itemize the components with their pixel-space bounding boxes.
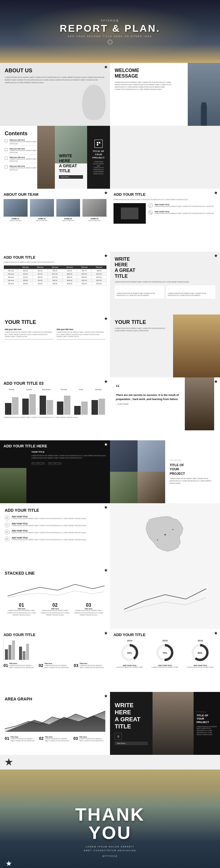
table-row: Title here $40.00 $44.00 $40.00 $136.00 … [4, 282, 107, 285]
title03-note: LOREM IPSUM DOLOR SRERETI AMET CONSECTET… [3, 416, 107, 419]
dark-link-2: ADD YOUR TITLE [48, 462, 61, 465]
write-dark-icon: ① [115, 733, 122, 740]
slide-stacked-line: STACKED LINE 01 Title here LOREM IPSUM D… [0, 566, 110, 629]
title03-heading: ADD YOUR TITLE 03 [3, 381, 107, 386]
about-us-body: LOREM IPSUM DOLOR SRERETI AMET CONSECTET… [5, 76, 105, 84]
slide-write-great-2: WRITEHEREA GREATTITLE LOREM IPSUM DOLOR … [110, 252, 220, 314]
icons-list-heading: ADD YOUR TITLE [5, 508, 105, 513]
donut-2: 2015 75% ADD YOUR TITLE LOREM IPSUM DOLO… [149, 639, 181, 669]
slide-area-graph: AREA GRAPH 01 Title here LOREM IPSUM DOL… [0, 692, 110, 755]
slide-about-us: ABOUT US LOREM IPSUM DOLOR SRERETI AMET … [0, 63, 110, 126]
bar-step-1: 01 Title here LOREM IPSUM DOLOR SRERETI … [3, 662, 36, 669]
svg-text:65%: 65% [127, 652, 132, 654]
donut-1: 2014 65% ADD YOUR TITLE LOREM IPSUM DOLO… [113, 639, 146, 669]
bar-col-fri: Friday [73, 389, 89, 415]
team-member-1: NAME 01 Add your title here [3, 199, 28, 221]
th-0 [4, 266, 18, 269]
team-members-list: NAME 01 Add your title here NAME 02 Add … [3, 199, 107, 221]
slide-donuts: ADD YOUR TITLE 2014 65% ADD YOUR TITLE L… [110, 629, 220, 692]
star-bottom [6, 861, 12, 867]
bar-col-thu: Thursday [56, 389, 72, 415]
icon-list-item-3: ⊗ ADD YOUR TITLE LOREM IPSUM DOLOR SRERE… [5, 530, 105, 534]
quote-text: There are not secrets to success. It is … [116, 393, 182, 401]
your-title-photo-heading: YOUR TITLE [115, 319, 215, 326]
th-2: Title here [33, 266, 47, 269]
yt-item-2: Add your title here LOREM IPSUM DOLOR SR… [57, 328, 106, 340]
write-dark-btn[interactable]: DISCOVER » [115, 742, 148, 745]
icon-item-1: 🛒 ADD YOUR TITLE LOREM IPSUM DOLOR SRERE… [148, 203, 214, 208]
icon-2: ⊙ [5, 523, 9, 527]
bottom-star-icon [5, 758, 13, 766]
donut-svg-2: 75% [155, 643, 175, 662]
stacked-heading: STACKED LINE [5, 571, 105, 576]
icon-item-2: 🔍 ADD YOUR TITLE LOREM IPSUM DOLOR SRERE… [148, 210, 214, 215]
thank-you-brand: @PPTER汐蓝 [102, 855, 118, 858]
slide-quote: “ There are not secrets to success. It i… [110, 377, 220, 440]
stacked-step-3: 03 Title here LOREM IPSUM DOLOR SRERETI … [72, 602, 105, 616]
slide-stacked-placeholder [110, 566, 220, 629]
data-table: Title here Title here Title here Title h… [3, 266, 107, 285]
slide-about-team: ABOUT OUR TEAM NAME 01 Add your title he… [0, 189, 110, 252]
write-btn-1[interactable]: DISCOVER » [59, 175, 83, 179]
icon-4: ⊕ [5, 537, 9, 541]
photo-cell-3 [110, 472, 138, 503]
slide-welcome: WELCOMEMESSAGE LOREM IPSUM DOLOR SRERETI… [110, 63, 220, 126]
icon-list-item-2: ⊙ ADD YOUR TITLE LOREM IPSUM DOLOR SRERE… [5, 523, 105, 527]
dark-link-1: ADD YOUR TITLE [31, 462, 45, 465]
slide-your-title-2: YOUR TITLE LOREM IPSUM DOLOR SRERETI AME… [110, 314, 220, 377]
photo-cell-2 [138, 440, 165, 472]
write2-title: WRITEHEREA GREATTITLE [115, 256, 215, 279]
slide-add-title-1: ADD YOUR TITLE LOREM IPSUM DOLOR SRERETI… [110, 189, 220, 252]
area-step-1: 01 Title here LOREM IPSUM DOLOR SRERETI … [5, 736, 37, 742]
slide-contents: Contents Add your title here LOREM IPSUM… [0, 126, 55, 189]
team-title: ABOUT OUR TEAM [3, 192, 107, 197]
donut-svg-3: 85% [191, 643, 210, 662]
yt-item-1: Add your title here LOREM IPSUM DOLOR SR… [5, 328, 54, 340]
china-map-svg [139, 514, 191, 555]
hero-subtitle: ADD YOUR SECOND TITLE HERE OR OTHER IDEA [68, 35, 152, 37]
slide-write-dark-combo: WRITEHEREA GREATTITLE ① DISCOVER » PPTER… [110, 692, 220, 755]
svg-rect-0 [97, 142, 98, 144]
dark-proj-title: TITLE OFYOURPROJECT [196, 714, 217, 724]
travelers-title: TITLE OFYOURPROJECT [170, 463, 216, 475]
quote-block-1: " LOREM IPSUM DOLOR SRERETI AMET CONSECT… [115, 285, 164, 299]
table-row: Title here $12.00 $22.00 $172.00 $206.00… [4, 275, 107, 279]
stacked-step-1: 01 Title here LOREM IPSUM DOLOR SRERETI … [5, 602, 38, 616]
bar-col-wed: Wednesday [38, 389, 54, 415]
th-5: Title here [77, 266, 91, 269]
icon-text-4: ADD YOUR TITLE LOREM IPSUM DOLOR SRERETI… [12, 537, 86, 541]
bar-chart: Monday Tuesday Wednesday [3, 389, 107, 415]
slide-map [110, 503, 220, 566]
write-dark-title: WRITEHEREA GREATTITLE [115, 702, 148, 730]
donuts-heading: ADD YOUR TITLE [113, 632, 217, 637]
about-us-title: ABOUT US [5, 68, 105, 74]
svg-point-4 [172, 529, 173, 530]
table-row: Title here $25.00 $33.00 $63.00 $186.00 … [4, 279, 107, 282]
th-1: Title here [18, 266, 33, 269]
slide-bar-charts: ADD YOUR TITLE 01 Title here LOREM IPSUM… [0, 629, 110, 692]
table-heading: ADD YOUR TITLE [3, 255, 107, 259]
slide-add-title-03: ADD YOUR TITLE 03 Monday Tuesday Wednesd… [0, 377, 110, 440]
svg-rect-1 [99, 142, 100, 144]
bar-step-3: 03 Title here LOREM IPSUM DOLOR SRERETI … [74, 662, 107, 669]
quote-author: —Colin Powell [116, 403, 182, 405]
hero-brand: PPTER汐蓝 [101, 19, 119, 23]
svg-point-3 [164, 534, 166, 535]
area-heading: AREA GRAPH [5, 696, 105, 701]
travelers-project-box: PPTER汐蓝 TITLE OFYOURPROJECT LOREM IPSUM … [165, 440, 220, 503]
project-body: LOREM IPSUM DOLOR SRERETI AMET CONSECTET… [92, 161, 105, 175]
star-badge-quote [214, 380, 218, 383]
stacked-line-chart [5, 579, 104, 599]
bar-col-tue: Tuesday [21, 389, 37, 415]
slide-project-title: TITLE OFYOURPROJECT LOREM IPSUM DOLOR SR… [87, 126, 110, 189]
hero-arrow: ↓ [108, 40, 112, 44]
photo-cell-1 [110, 440, 138, 472]
icon-list-item-4: ⊕ ADD YOUR TITLE LOREM IPSUM DOLOR SRERE… [5, 537, 105, 541]
add-title-1-heading: ADD YOUR TITLE [113, 192, 217, 197]
stacked-steps: 01 Title here LOREM IPSUM DOLOR SRERETI … [5, 602, 105, 616]
your-title-heading: YOUR TITLE [5, 319, 105, 326]
dark-proj-label: PPTER汐蓝 [196, 711, 217, 713]
slide-thank-you: THANK YOU LOREM IPSUM DOLOR SRERETI AMET… [0, 770, 220, 868]
stacked-line-chart-2 [121, 580, 209, 615]
svg-point-5 [157, 539, 158, 540]
